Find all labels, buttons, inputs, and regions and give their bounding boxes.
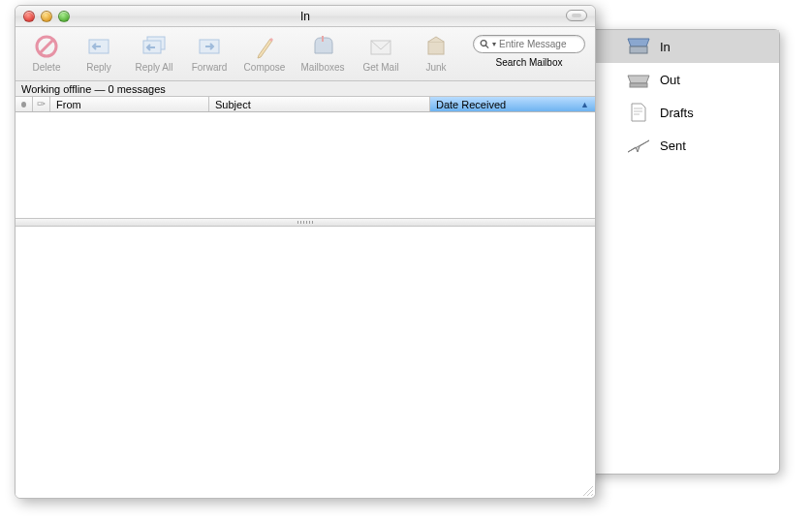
- column-label: From: [56, 99, 81, 110]
- svg-line-3: [40, 40, 53, 53]
- reply-icon: [83, 33, 114, 60]
- drawer-item-sent[interactable]: Sent: [582, 129, 779, 162]
- svg-rect-8: [322, 36, 324, 42]
- tool-label: Get Mail: [362, 62, 398, 73]
- drawer-item-out[interactable]: Out: [582, 63, 779, 96]
- get-mail-icon: [365, 33, 396, 60]
- compose-button[interactable]: Compose: [236, 31, 293, 73]
- column-date-received[interactable]: Date Received ▲: [430, 97, 595, 111]
- toolbar: Delete Reply Reply All: [16, 27, 595, 81]
- svg-line-12: [485, 46, 488, 48]
- drawer-item-label: Out: [660, 73, 680, 87]
- tool-label: Mailboxes: [300, 62, 344, 73]
- tool-label: Reply: [86, 62, 111, 73]
- search-label: Search Mailbox: [496, 57, 563, 68]
- column-status[interactable]: [16, 97, 33, 111]
- drawer-item-label: Drafts: [660, 106, 694, 120]
- zoom-button[interactable]: [58, 11, 70, 22]
- search-icon: [480, 39, 489, 49]
- message-list[interactable]: [16, 112, 595, 219]
- search-wrap: ▾ Search Mailbox: [473, 31, 589, 68]
- column-label: Subject: [215, 99, 251, 110]
- traffic-lights: [16, 11, 70, 22]
- column-label: Date Received: [436, 99, 506, 110]
- svg-rect-1: [630, 83, 647, 87]
- toolbar-toggle-button[interactable]: [566, 10, 587, 21]
- splitter-grip-icon: [297, 221, 313, 224]
- inbox-icon: [625, 36, 652, 57]
- drawer-item-label: In: [660, 40, 671, 54]
- search-field[interactable]: ▾: [473, 35, 585, 53]
- preview-pane: [16, 227, 595, 498]
- search-input[interactable]: [499, 39, 578, 49]
- tool-label: Forward: [192, 62, 228, 73]
- column-subject[interactable]: Subject: [209, 97, 430, 111]
- tool-label: Reply All: [136, 62, 173, 73]
- column-flag[interactable]: ✑: [33, 97, 50, 111]
- mailboxes-button[interactable]: Mailboxes: [295, 31, 351, 73]
- tool-label: Delete: [33, 62, 61, 73]
- sent-icon: [625, 135, 652, 156]
- junk-icon: [421, 33, 452, 60]
- chevron-down-icon: ▾: [492, 40, 496, 48]
- mailboxes-icon: [307, 33, 338, 60]
- pane-splitter[interactable]: [16, 219, 595, 227]
- column-headers: ✑ From Subject Date Received ▲: [16, 97, 595, 112]
- resize-grip[interactable]: [581, 484, 593, 496]
- reply-button[interactable]: Reply: [74, 31, 124, 73]
- reply-all-button[interactable]: Reply All: [126, 31, 182, 73]
- drafts-icon: [625, 102, 652, 123]
- sort-asc-icon: ▲: [580, 100, 589, 109]
- delete-icon: [31, 33, 62, 60]
- svg-rect-0: [630, 46, 647, 53]
- window-title: In: [16, 10, 595, 23]
- main-window: In Delete Reply: [15, 5, 596, 499]
- outbox-icon: [625, 69, 652, 90]
- drawer-item-in[interactable]: In: [582, 30, 779, 63]
- svg-line-15: [591, 494, 593, 496]
- close-button[interactable]: [23, 11, 35, 22]
- get-mail-button[interactable]: Get Mail: [353, 31, 409, 73]
- reply-all-icon: [139, 33, 170, 60]
- tool-label: Compose: [244, 62, 286, 73]
- dot-icon: [21, 102, 26, 107]
- tool-label: Junk: [425, 62, 446, 73]
- compose-icon: [249, 33, 280, 60]
- svg-point-11: [481, 41, 486, 46]
- mailboxes-drawer: In Out Drafts Sent: [581, 29, 780, 475]
- svg-rect-10: [428, 42, 444, 54]
- junk-button[interactable]: Junk: [411, 31, 461, 73]
- forward-icon: [194, 33, 225, 60]
- drawer-item-drafts[interactable]: Drafts: [582, 96, 779, 129]
- forward-button[interactable]: Forward: [184, 31, 234, 73]
- status-bar: Working offline — 0 messages: [16, 81, 595, 97]
- speech-icon: ✑: [37, 98, 46, 110]
- minimize-button[interactable]: [41, 11, 52, 22]
- status-text: Working offline — 0 messages: [21, 83, 166, 95]
- titlebar[interactable]: In: [16, 6, 595, 27]
- delete-button[interactable]: Delete: [21, 31, 72, 73]
- column-from[interactable]: From: [50, 97, 209, 111]
- drawer-item-label: Sent: [660, 138, 686, 153]
